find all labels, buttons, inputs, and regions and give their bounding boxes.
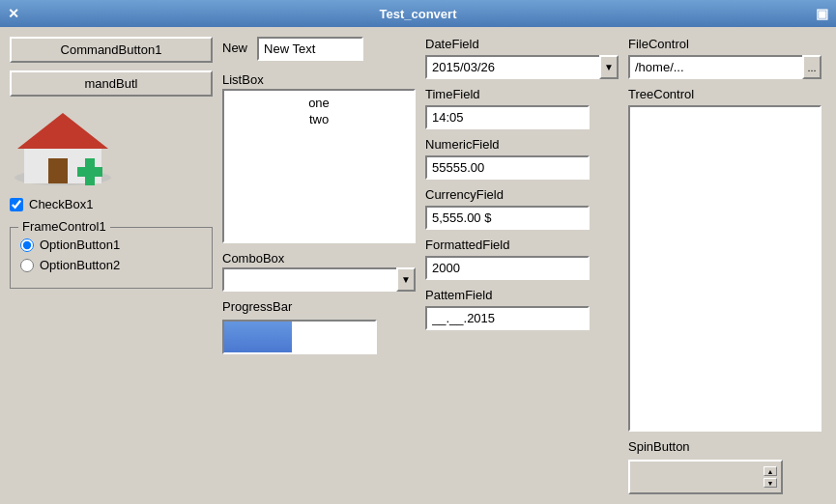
close-icon[interactable]: ✕ (8, 6, 19, 21)
combobox-input[interactable] (222, 267, 396, 292)
option-button-1-label: OptionButton1 (40, 238, 120, 252)
progressbar-label: ProgressBar (222, 299, 416, 314)
radio-row-1: OptionButton1 (20, 238, 202, 252)
combobox-dropdown-button[interactable]: ▼ (396, 267, 416, 292)
combobox-row: ▼ (222, 267, 416, 292)
checkbox-1-label: CheckBox1 (29, 197, 93, 211)
formatted-field-input[interactable] (425, 256, 590, 280)
new-text-input[interactable] (257, 37, 363, 61)
file-browse-button[interactable]: ... (802, 55, 822, 79)
svg-rect-5 (77, 167, 102, 177)
tree-control-group: TreeControl (628, 87, 822, 432)
checkbox-1[interactable] (10, 198, 23, 211)
spin-button-label: SpinButton (628, 439, 822, 454)
column-1: CommandButton1 mandButl Ch (10, 37, 213, 494)
spin-down-button[interactable]: ▼ (764, 478, 777, 488)
time-field-group: TimeField (425, 87, 619, 129)
date-dropdown-button[interactable]: ▼ (599, 55, 619, 79)
currency-field-group: CurrencyField (425, 187, 619, 230)
column-2: New ListBox one two ComboBox ▼ ProgressB… (222, 37, 416, 494)
spin-button-container: SpinButton ▲ ▼ (628, 439, 822, 494)
combobox-label: ComboBox (222, 251, 416, 266)
pattern-field-input[interactable] (425, 306, 590, 330)
numeric-field-label: NumericField (425, 137, 619, 152)
frame-control-1: FrameControl1 OptionButton1 OptionButton… (10, 227, 213, 289)
file-control-input[interactable] (628, 55, 802, 79)
currency-field-label: CurrencyField (425, 187, 619, 202)
listbox[interactable]: one two (222, 89, 416, 243)
command-button-2[interactable]: mandButl (10, 70, 213, 97)
title-bar: ✕ Test_convert ▣ (0, 0, 836, 27)
svg-rect-3 (48, 158, 68, 183)
date-field-label: DateField (425, 37, 619, 51)
numeric-field-group: NumericField (425, 137, 619, 180)
formatted-field-label: FormattedField (425, 238, 619, 252)
house-icon (10, 108, 126, 185)
tree-control[interactable] (628, 105, 822, 432)
pattern-field-label: PattemField (425, 288, 619, 302)
main-area: CommandButton1 mandButl Ch (0, 27, 836, 504)
spin-arrows: ▲ ▼ (764, 466, 777, 488)
column-4: FileControl ... TreeControl SpinButton ▲… (628, 37, 822, 494)
progressbar (222, 320, 377, 354)
file-control-label: FileControl (628, 37, 822, 51)
tree-control-label: TreeControl (628, 87, 822, 101)
option-button-1[interactable] (20, 238, 34, 252)
list-item[interactable]: one (228, 95, 410, 111)
window-title: Test_convert (380, 7, 457, 21)
frame-control-legend: FrameControl1 (18, 219, 110, 234)
svg-marker-2 (17, 113, 108, 149)
date-field-group: DateField ▼ (425, 37, 619, 79)
radio-row-2: OptionButton2 (20, 258, 202, 272)
maximize-icon[interactable]: ▣ (816, 6, 828, 21)
command-button-1[interactable]: CommandButton1 (10, 37, 213, 63)
file-control-group: FileControl ... (628, 37, 822, 79)
file-control-row: ... (628, 55, 822, 79)
new-label: New (222, 41, 247, 55)
progressbar-container: ProgressBar (222, 299, 416, 354)
listbox-label: ListBox (222, 72, 416, 87)
option-button-2-label: OptionButton2 (40, 258, 120, 272)
spin-up-button[interactable]: ▲ (764, 466, 777, 476)
spin-button[interactable]: ▲ ▼ (628, 460, 783, 494)
time-field-label: TimeField (425, 87, 619, 101)
combobox-container: ComboBox ▼ (222, 251, 416, 292)
column-3: DateField ▼ TimeField NumericField Curre… (425, 37, 619, 494)
listbox-container: ListBox one two (222, 72, 416, 243)
progressbar-fill (224, 322, 292, 352)
pattern-field-group: PattemField (425, 288, 619, 330)
time-field-input[interactable] (425, 105, 590, 129)
numeric-field-input[interactable] (425, 155, 590, 180)
formatted-field-group: FormattedField (425, 238, 619, 280)
new-row: New (222, 37, 416, 61)
option-button-2[interactable] (20, 259, 34, 272)
date-row: ▼ (425, 55, 619, 79)
checkbox-row: CheckBox1 (10, 197, 213, 211)
date-field-input[interactable] (425, 55, 599, 79)
list-item[interactable]: two (228, 111, 410, 127)
currency-field-input[interactable] (425, 206, 590, 230)
